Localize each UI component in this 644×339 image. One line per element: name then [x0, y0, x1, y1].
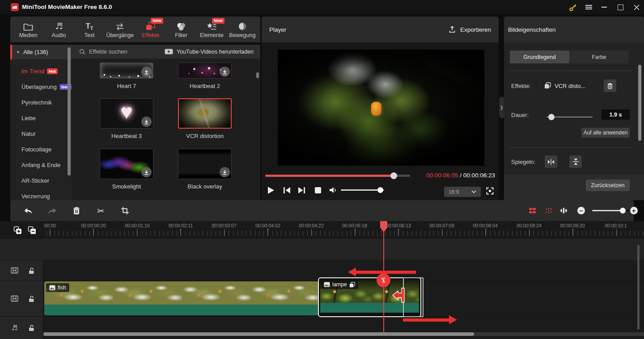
- progress-handle[interactable]: [390, 172, 397, 179]
- sidebar-scrollbar[interactable]: [68, 47, 71, 176]
- volume-slider[interactable]: [341, 189, 384, 191]
- volume-icon[interactable]: [329, 186, 338, 194]
- trim-preview-outline[interactable]: [403, 277, 424, 317]
- export-button[interactable]: Exportieren: [448, 25, 491, 33]
- download-icon[interactable]: [220, 67, 230, 77]
- clip-fish[interactable]: fish: [44, 281, 318, 315]
- tab-uebergaenge[interactable]: Übergänge: [105, 17, 135, 42]
- flip-vertical-icon: [572, 158, 579, 166]
- redo-button[interactable]: [42, 200, 63, 221]
- time-separator: /: [458, 172, 463, 179]
- aspect-ratio-dropdown[interactable]: 16:9: [444, 187, 481, 197]
- previous-frame-button[interactable]: [283, 187, 291, 194]
- properties-scrollbar[interactable]: [638, 65, 641, 141]
- annotation-arrow-right: [403, 318, 449, 322]
- add-track-button[interactable]: [9, 221, 25, 239]
- timeline-hscroll-thumb[interactable]: [43, 332, 474, 336]
- flip-horizontal-button[interactable]: [545, 155, 557, 168]
- effect-thumbnail: [100, 98, 153, 129]
- zoom-out-button[interactable]: −: [571, 200, 591, 221]
- flip-vertical-button[interactable]: [569, 155, 582, 168]
- timeline-vscroll[interactable]: [637, 245, 640, 330]
- split-button[interactable]: ✂: [90, 200, 111, 221]
- tab-farbe[interactable]: Farbe: [569, 50, 629, 63]
- tab-text[interactable]: TT Text: [74, 17, 105, 42]
- effect-thumbnail: [178, 149, 232, 179]
- timeline-toolbar: ✂ − +: [10, 200, 634, 221]
- library-scrollbar[interactable]: [256, 72, 259, 78]
- reset-button[interactable]: Zurücksetzen: [586, 180, 630, 191]
- play-button[interactable]: [267, 186, 275, 194]
- effect-card-black-overlay[interactable]: Black overlay: [178, 149, 232, 190]
- split-cursor-badge: ✂: [377, 273, 390, 287]
- effect-track-header: [0, 260, 43, 280]
- tab-bewegung[interactable]: Bewegung: [227, 17, 258, 42]
- timeline-hscroll-track[interactable]: [43, 332, 644, 336]
- minimize-button[interactable]: [597, 0, 611, 14]
- undo-button[interactable]: [18, 200, 38, 221]
- effect-card-heartbeat2[interactable]: Heartbeat 2: [178, 63, 232, 89]
- crop-button[interactable]: [114, 200, 135, 221]
- sidebar-item-ar-sticker[interactable]: AR-Sticker: [10, 173, 72, 188]
- progress-fill: [265, 175, 394, 177]
- unlock-icon[interactable]: [28, 295, 34, 302]
- download-icon[interactable]: [141, 117, 152, 127]
- menu-icon[interactable]: [582, 0, 595, 14]
- duration-slider[interactable]: [547, 117, 593, 117]
- download-icon[interactable]: [141, 167, 152, 177]
- search-input[interactable]: Effekte suchen: [72, 48, 165, 55]
- tab-medien[interactable]: Medien: [13, 17, 43, 42]
- tab-audio[interactable]: ♬ Audio: [43, 17, 74, 42]
- playback-progress-bar[interactable]: [265, 175, 410, 177]
- tab-grundlegend[interactable]: Grundlegend: [510, 50, 569, 63]
- sidebar-item-ueberlagerung[interactable]: ÜberlagerungNew: [10, 79, 72, 95]
- sidebar-item-alle[interactable]: ▼ Alle (136): [10, 45, 72, 59]
- unlock-icon[interactable]: [28, 324, 34, 331]
- maximize-button[interactable]: [614, 0, 627, 14]
- duration-value[interactable]: 1.9 s: [602, 109, 630, 120]
- trash-icon: [607, 83, 613, 89]
- tab-effekte[interactable]: New Effekte: [136, 17, 166, 42]
- sidebar-item-im-trend[interactable]: Im TrendHot: [10, 63, 72, 79]
- category-sidebar: ▼ Alle (136) Im TrendHot ÜberlagerungNew…: [10, 45, 72, 200]
- effect-thumbnail-selected: [178, 98, 232, 129]
- license-key-icon[interactable]: [566, 0, 580, 14]
- tab-filter[interactable]: Filter: [166, 17, 196, 42]
- sidebar-item-fotocollage[interactable]: Fotocollage: [10, 142, 72, 157]
- ruler-tick: 00:00:00:20: [73, 223, 114, 228]
- music-icon: ♬: [55, 21, 63, 31]
- ruler-tick: 00:00:09:20: [552, 223, 593, 228]
- youtube-download-button[interactable]: YouTube-Videos herunterladen: [165, 49, 254, 55]
- effect-card-heartbeat3[interactable]: Heartbeat 3: [100, 98, 153, 139]
- download-icon[interactable]: [141, 67, 152, 77]
- sidebar-item-natur[interactable]: Natur: [10, 126, 72, 142]
- effect-card-heart7[interactable]: Heart 7: [100, 63, 153, 89]
- download-icon[interactable]: [220, 167, 230, 177]
- flip-horizontal-icon: [547, 159, 555, 165]
- unlock-icon[interactable]: [28, 267, 34, 274]
- close-button[interactable]: [630, 0, 643, 14]
- sidebar-item-verzerrung[interactable]: Verzerrung: [10, 188, 72, 200]
- video-preview[interactable]: [278, 50, 484, 166]
- music-note-icon: ♬: [11, 324, 18, 332]
- delete-button[interactable]: [66, 200, 87, 221]
- panel-collapse-handle[interactable]: ❯: [499, 97, 504, 118]
- timeline-ruler[interactable]: 00:00 00:00:00:20 00:00:01:16 00:00:02:1…: [0, 221, 644, 239]
- fullscreen-icon[interactable]: [486, 187, 494, 195]
- sidebar-item-pyrotechnik[interactable]: Pyrotechnik: [10, 95, 72, 110]
- tab-elemente[interactable]: New Elemente: [196, 17, 227, 42]
- playback-controls: 16:9: [262, 184, 499, 200]
- next-frame-button[interactable]: [298, 187, 306, 194]
- app-logo-icon: [11, 3, 19, 11]
- apply-to-all-button[interactable]: Auf alle anwenden: [581, 128, 630, 138]
- effect-card-vcr-distortion[interactable]: VCR distortion: [178, 98, 232, 139]
- duration-handle[interactable]: [548, 114, 555, 120]
- zoom-in-button[interactable]: +: [623, 200, 644, 221]
- remove-effect-button[interactable]: [604, 80, 616, 92]
- stop-button[interactable]: [315, 187, 321, 193]
- volume-handle[interactable]: [377, 187, 383, 193]
- sidebar-item-liebe[interactable]: Liebe: [10, 110, 72, 126]
- effect-card-smokelight[interactable]: Smokelight: [100, 149, 153, 190]
- sidebar-item-anfang-ende[interactable]: Anfang & Ende: [10, 157, 72, 173]
- text-icon: TT: [85, 21, 93, 31]
